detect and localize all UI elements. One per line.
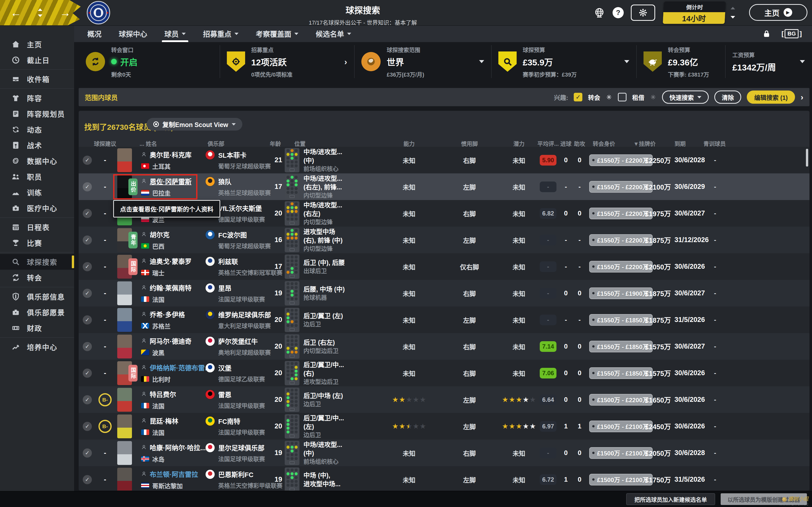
- player-name-link[interactable]: 奥尔昆·科克库: [150, 150, 192, 159]
- transfer-value-tag[interactable]: £1500万 - £2100万: [589, 474, 653, 486]
- sidebar-item-截止日[interactable]: 截止日: [0, 52, 74, 68]
- background-selector-icon[interactable]: [BG]: [781, 29, 802, 38]
- player-name-link[interactable]: 胡尔克: [150, 230, 169, 239]
- column-header[interactable]: ... 姓名: [140, 139, 206, 147]
- countdown-step-carets[interactable]: [728, 0, 738, 25]
- add-to-shortlist-button[interactable]: 把所选球员加入新建候选名单: [626, 493, 715, 505]
- forward-arrow-button[interactable]: →: [56, 0, 74, 25]
- transfer-value-tag[interactable]: £1550万 - £2200万: [589, 181, 653, 193]
- quick-search-button[interactable]: 快速搜索: [662, 91, 709, 104]
- column-header[interactable]: 惯用脚: [454, 139, 485, 147]
- chelsea-club-crest[interactable]: [87, 1, 110, 24]
- info-card-transfer-budget[interactable]: 转会预算£9.36亿下赛季: £3817万: [637, 43, 725, 80]
- chevron-down-icon[interactable]: [479, 60, 484, 63]
- column-header[interactable]: 到期: [674, 139, 700, 147]
- info-card-scouting-budget[interactable]: 球探预算£35.9万赛季初步预算：£39万: [491, 43, 637, 80]
- transfer-value-tag[interactable]: £1550万 - £2200万: [589, 154, 653, 166]
- club-name-link[interactable]: 狼队: [218, 177, 232, 186]
- column-header[interactable]: 年龄: [268, 139, 283, 147]
- club-name-link[interactable]: 维罗纳足球俱乐部: [218, 310, 271, 319]
- transfer-value-tag[interactable]: £1500万 - £2200万: [589, 394, 653, 406]
- transfer-value-tag[interactable]: £1550万 - £1850万: [589, 314, 653, 326]
- club-name-link[interactable]: 利兹联: [218, 257, 238, 266]
- table-row[interactable]: ✓-出价恩佐·冈萨雷斯巴拉圭狼队英格兰足球超级联赛17中场/进攻型...(右左)…: [79, 173, 809, 200]
- info-card-recruitment-focus[interactable]: 招募重点12项活跃0项优先/0项标准›: [220, 43, 354, 80]
- nav-caret-stack[interactable]: [35, 0, 45, 25]
- sidebar-item-职员[interactable]: 职员: [0, 169, 74, 184]
- row-checkbox[interactable]: ✓: [83, 156, 92, 165]
- row-checkbox[interactable]: ✓: [83, 395, 92, 404]
- world-globe-icon[interactable]: [592, 6, 606, 20]
- tab-球员[interactable]: 球员: [156, 25, 194, 42]
- table-row[interactable]: ✓-国际伊格纳斯·范德布雷...比利时汉堡德国足球乙级联赛20后卫/翼卫/中..…: [79, 360, 809, 386]
- row-checkbox[interactable]: ✓: [83, 422, 92, 431]
- table-row[interactable]: ✓-国际迪奥戈·蒙泰罗瑞士利兹联英格兰天空博彩冠军联赛17后卫 (中), 后腰出…: [79, 253, 809, 280]
- club-name-link[interactable]: VfL沃尔夫斯堡: [218, 203, 262, 213]
- table-row[interactable]: ✓-布兰顿·阿吉雷拉哥斯达黎加巴恩斯利FC英格兰天空博彩甲级联赛19中场 (中)…: [79, 466, 809, 491]
- countdown-up-icon[interactable]: [730, 7, 735, 9]
- expand-chevron-icon[interactable]: ›: [801, 93, 803, 102]
- countdown-down-icon[interactable]: [730, 16, 735, 18]
- transfer-value-tag[interactable]: £1550万 - £1850万: [589, 341, 653, 352]
- info-card-transfer-window[interactable]: 转会窗口开启剩余0天: [79, 43, 220, 80]
- chevron-right-icon[interactable]: ›: [344, 57, 347, 67]
- nav-up-icon[interactable]: [38, 8, 42, 11]
- club-name-link[interactable]: FC波尔图: [218, 230, 247, 239]
- row-checkbox[interactable]: ✓: [83, 369, 92, 378]
- table-row[interactable]: ✓B-特吕费尔法国雷恩法国足球甲级联赛20后卫/中场 (左)边后卫★★★★★左脚…: [79, 386, 809, 413]
- loan-interest-checkbox[interactable]: [618, 93, 626, 101]
- edit-search-button[interactable]: 编辑搜索 (1): [747, 91, 795, 104]
- clear-button[interactable]: 清除: [714, 91, 741, 104]
- sidebar-item-数据中心[interactable]: 数据中心: [0, 153, 74, 169]
- transfer-value-tag[interactable]: £1500万 - £2100万: [589, 420, 653, 432]
- transfer-value-tag[interactable]: £1550万 - £1850万: [589, 367, 653, 379]
- sidebar-item-日程表[interactable]: 日程表: [0, 219, 74, 235]
- table-row[interactable]: ✓-青年胡尔克巴西FC波尔图葡萄牙足球超级联赛16进攻型中场(右), 前锋 (中…: [79, 227, 809, 253]
- sidebar-item-财政[interactable]: 财政: [0, 320, 74, 336]
- tab-招募重点[interactable]: 招募重点: [194, 25, 247, 42]
- column-header[interactable]: 平均评...: [536, 139, 561, 147]
- back-arrow-button[interactable]: ←: [7, 0, 25, 25]
- help-icon[interactable]: ?: [611, 6, 625, 20]
- row-checkbox[interactable]: ✓: [83, 209, 92, 218]
- column-header[interactable]: 转会身价: [593, 139, 639, 147]
- club-name-link[interactable]: 巴恩斯利FC: [218, 469, 253, 479]
- row-checkbox[interactable]: ✓: [83, 262, 92, 271]
- sidebar-item-战术[interactable]: 战术: [0, 137, 74, 153]
- player-name-link[interactable]: 昆廷·梅林: [150, 416, 179, 426]
- sidebar-item-阵容[interactable]: 阵容: [0, 90, 74, 106]
- sidebar-item-比赛[interactable]: 比赛: [0, 235, 74, 251]
- sidebar-item-动态[interactable]: 动态: [0, 122, 74, 137]
- chevron-down-icon[interactable]: [800, 60, 805, 63]
- continue-home-button[interactable]: 主页 ▶: [749, 4, 807, 21]
- player-name-link[interactable]: 迪奥戈·蒙泰罗: [150, 256, 192, 266]
- club-name-link[interactable]: 汉堡: [218, 363, 232, 373]
- countdown-widget[interactable]: 倒计时 14小时: [663, 2, 726, 24]
- sidebar-item-培养中心[interactable]: 培养中心: [0, 339, 74, 355]
- column-header[interactable]: 青训球员: [703, 139, 734, 147]
- row-checkbox[interactable]: ✓: [83, 448, 92, 458]
- club-name-link[interactable]: 萨尔茨堡红牛: [218, 336, 258, 346]
- club-name-link[interactable]: 里昂: [218, 283, 232, 292]
- sidebar-item-医疗中心[interactable]: 医疗中心: [0, 200, 74, 216]
- row-checkbox[interactable]: ✓: [83, 235, 92, 245]
- row-checkbox[interactable]: ✓: [83, 475, 92, 484]
- column-header[interactable]: 进球: [560, 139, 571, 147]
- sidebar-item-主页[interactable]: 主页: [0, 37, 74, 52]
- settings-gear-button[interactable]: [631, 5, 655, 21]
- transfer-value-tag[interactable]: £1500万 - £2100万: [589, 447, 653, 459]
- column-header[interactable]: 潜力: [502, 139, 536, 147]
- player-name-link[interactable]: 伊格纳斯·范德布雷...: [150, 363, 210, 372]
- player-name-link[interactable]: 阿马尔·德迪奇: [150, 336, 192, 345]
- row-checkbox[interactable]: ✓: [83, 315, 92, 325]
- sidebar-item-转会[interactable]: 转会: [0, 270, 74, 285]
- club-name-link[interactable]: SL本菲卡: [218, 150, 246, 160]
- sidebar-item-阵容规划员[interactable]: 阵容规划员: [0, 106, 74, 122]
- row-checkbox[interactable]: ✓: [83, 182, 92, 191]
- loan-filter-gear-icon[interactable]: [650, 94, 656, 100]
- club-name-link[interactable]: 里尔足球俱乐部: [218, 443, 264, 452]
- transfer-value-tag[interactable]: £1550万 - £2200万: [589, 261, 653, 273]
- table-row[interactable]: ✓-约翰·莱佩南特法国里昂法国足球甲级联赛19后腰, 中场 (中)抢球机器未知右…: [79, 280, 809, 306]
- column-header[interactable]: 助攻: [574, 139, 585, 147]
- sidebar-item-训练[interactable]: 训练: [0, 184, 74, 200]
